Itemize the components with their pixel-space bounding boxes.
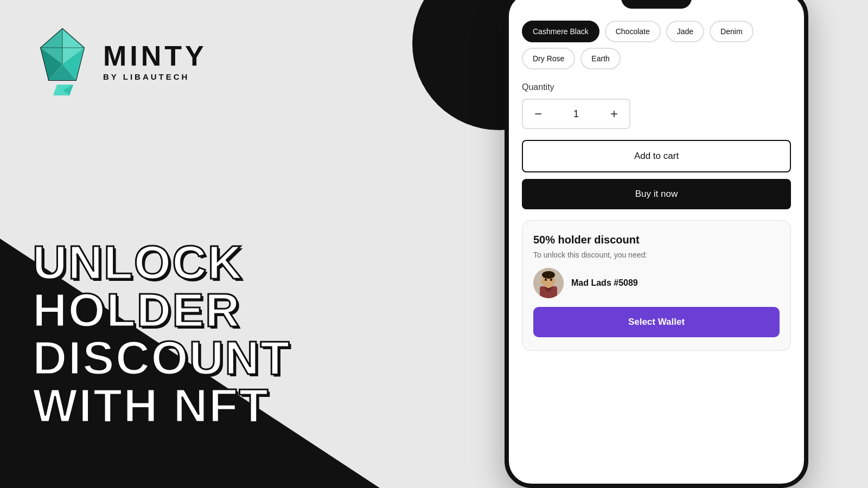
- logo-title: MINTY: [103, 42, 207, 70]
- phone-mockup: Cashmere Black Chocolate Jade Denim Dry …: [505, 0, 808, 488]
- svg-point-18: [541, 281, 543, 283]
- svg-point-15: [545, 279, 547, 281]
- left-panel: MINTY BY LIBAUTECH UNLOCK HOLDER DISCOUN…: [0, 0, 467, 488]
- right-panel: Cashmere Black Chocolate Jade Denim Dry …: [445, 0, 868, 488]
- svg-point-16: [550, 279, 552, 281]
- nft-row: Mad Lads #5089: [533, 268, 780, 298]
- quantity-label: Quantity: [522, 82, 791, 92]
- svg-point-14: [542, 271, 555, 279]
- color-chip-cashmere-black[interactable]: Cashmere Black: [522, 21, 599, 42]
- add-to-cart-button[interactable]: Add to cart: [522, 140, 791, 172]
- quantity-decrease-button[interactable]: −: [523, 100, 553, 128]
- svg-rect-12: [540, 286, 557, 298]
- hero-text: UNLOCK HOLDER DISCOUNT WITH NFT: [33, 239, 434, 429]
- minty-logo-icon: [33, 26, 92, 97]
- hero-heading: UNLOCK HOLDER DISCOUNT WITH NFT: [33, 239, 434, 429]
- buy-it-now-button[interactable]: Buy it now: [522, 179, 791, 209]
- color-chip-denim[interactable]: Denim: [710, 21, 753, 42]
- discount-card: 50% holder discount To unlock this disco…: [522, 220, 791, 351]
- logo-area: MINTY BY LIBAUTECH: [33, 26, 434, 97]
- color-options: Cashmere Black Chocolate Jade Denim Dry …: [522, 21, 791, 69]
- nft-name: Mad Lads #5089: [571, 278, 638, 288]
- nft-avatar: [533, 268, 564, 298]
- logo-text-group: MINTY BY LIBAUTECH: [103, 42, 207, 81]
- color-chip-earth[interactable]: Earth: [580, 48, 620, 69]
- quantity-control: − 1 +: [522, 99, 630, 129]
- discount-title: 50% holder discount: [533, 234, 780, 246]
- quantity-increase-button[interactable]: +: [599, 100, 629, 128]
- color-chip-jade[interactable]: Jade: [666, 21, 704, 42]
- phone-content: Cashmere Black Chocolate Jade Denim Dry …: [509, 0, 804, 484]
- color-chip-dry-rose[interactable]: Dry Rose: [522, 48, 575, 69]
- nft-avatar-image: [533, 268, 564, 298]
- color-chip-chocolate[interactable]: Chocolate: [605, 21, 661, 42]
- quantity-value: 1: [553, 108, 599, 120]
- logo-subtitle: BY LIBAUTECH: [103, 72, 207, 81]
- phone-notch: [621, 0, 692, 9]
- select-wallet-button[interactable]: Select Wallet: [533, 307, 780, 337]
- discount-subtitle: To unlock this discount, you need:: [533, 251, 780, 259]
